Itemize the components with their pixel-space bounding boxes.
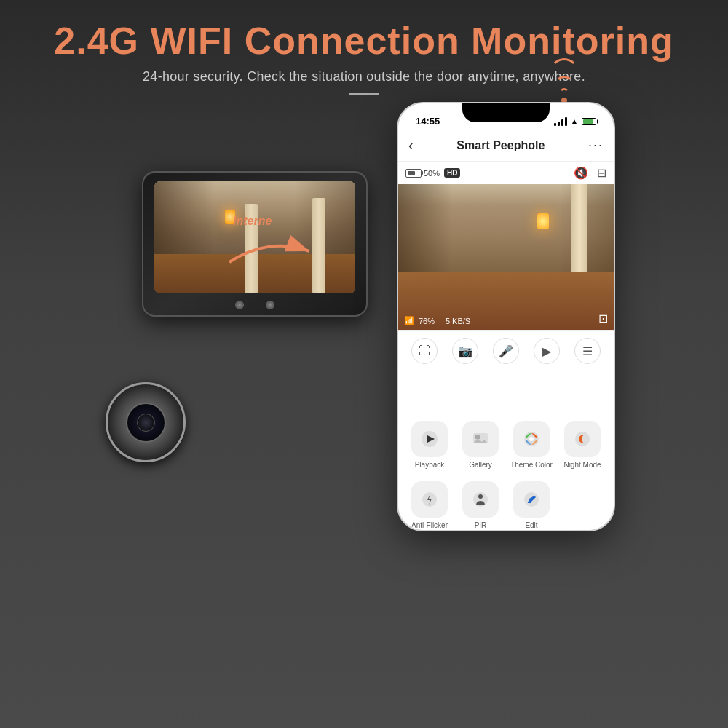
wifi-arcs	[550, 58, 579, 103]
battery-icon	[582, 118, 596, 125]
anti-flicker-label: Anti-Flicker	[411, 521, 448, 530]
wifi-percent: 76%	[419, 317, 435, 325]
signal-bar-2	[558, 122, 560, 126]
svg-rect-14	[528, 502, 531, 503]
feed-status-right: 🔇 ⊟	[574, 166, 606, 180]
door-viewer-device	[120, 142, 397, 506]
anti-flicker-button[interactable]: Anti-Flicker	[408, 481, 451, 530]
app-grid: Playback Gallery	[398, 414, 614, 530]
wifi-status-icon: ▲	[570, 116, 579, 127]
app-grid-row-1: Playback Gallery	[404, 421, 608, 470]
wifi-icon: 📶	[404, 316, 414, 325]
status-icons: ▲	[554, 116, 596, 127]
snapshot-button[interactable]: 📷	[452, 338, 478, 364]
camera-video: 📶 76% | 5 KB/S ⊡	[398, 184, 614, 330]
back-button[interactable]: ‹	[408, 137, 414, 154]
theme-icon	[513, 421, 550, 457]
svg-point-7	[529, 437, 534, 441]
mute-icon[interactable]: 🔇	[574, 166, 588, 180]
pir-button[interactable]: PIR	[459, 481, 502, 530]
battery-indicator: 50%	[405, 169, 440, 178]
camera-video-scene	[398, 184, 614, 330]
night-mode-icon	[564, 421, 601, 457]
app-title: Smart Peephole	[456, 139, 545, 152]
gallery-label: Gallery	[469, 461, 492, 470]
phone-mockup: 14:55 ▲	[397, 102, 615, 531]
svg-point-12	[478, 494, 483, 499]
more-button[interactable]: ···	[588, 138, 604, 153]
phone-notch	[462, 103, 550, 122]
wifi-signal-above	[550, 58, 579, 103]
device-btn-right	[266, 301, 274, 309]
svg-point-8	[575, 432, 590, 446]
playback-icon	[411, 421, 448, 457]
battery-percent: 50%	[424, 169, 440, 178]
feed-status-bar: 50% HD 🔇 ⊟	[398, 162, 614, 184]
edit-icon	[513, 481, 550, 518]
app-header: ‹ Smart Peephole ···	[398, 130, 614, 162]
device-bottom-buttons	[235, 301, 274, 309]
main-title: 2.4G WIFI Connection Monitoring	[0, 20, 728, 62]
wifi-arc-small	[559, 88, 569, 93]
theme-color-button[interactable]: Theme Color	[510, 421, 553, 470]
pir-icon	[462, 481, 499, 518]
battery-fill	[583, 119, 593, 124]
fullscreen-icon[interactable]: ⊡	[598, 312, 608, 325]
feed-status-left: 50% HD	[405, 168, 460, 178]
edit-label: Edit	[525, 521, 537, 530]
playback-button[interactable]: Playback	[408, 421, 451, 470]
wifi-signal-bar: 📶 76% | 5 KB/S	[404, 316, 470, 325]
gallery-icon	[462, 421, 499, 457]
fullscreen-button[interactable]: ⛶	[411, 338, 438, 364]
playback-label: Playback	[415, 461, 445, 470]
anti-flicker-icon	[411, 481, 448, 518]
arrow-svg	[226, 233, 313, 269]
divider	[349, 93, 379, 95]
header-section: 2.4G WIFI Connection Monitoring 24-hour …	[0, 0, 728, 95]
wifi-arc-medium	[555, 76, 574, 85]
empty-slot	[561, 481, 604, 530]
controls-row: ⛶ 📷 🎤 ▶ ☰	[398, 330, 614, 371]
device-btn-left	[235, 301, 244, 309]
lens-core	[137, 414, 155, 432]
speed-separator: |	[439, 317, 441, 325]
camera-lens	[106, 382, 186, 462]
lens-inner	[126, 403, 166, 443]
menu-btn[interactable]: ☰	[574, 338, 601, 364]
arrow-label: interne	[233, 215, 272, 228]
status-time: 14:55	[416, 116, 440, 127]
lens-outer	[106, 382, 186, 462]
phone-body: 14:55 ▲	[397, 102, 615, 531]
edit-button[interactable]: Edit	[510, 481, 553, 530]
hd-badge: HD	[444, 168, 460, 178]
wifi-arc-large	[550, 58, 579, 73]
signal-bar-4	[565, 117, 567, 126]
theme-label: Theme Color	[510, 461, 553, 470]
signal-bar-1	[554, 123, 556, 126]
mic-button[interactable]: 🎤	[493, 338, 519, 364]
battery-small	[405, 169, 422, 178]
night-mode-button[interactable]: Night Mode	[561, 421, 604, 470]
night-mode-label: Night Mode	[563, 461, 601, 470]
pillar-right	[312, 198, 325, 293]
data-speed: 5 KB/S	[446, 317, 470, 325]
pir-label: PIR	[475, 521, 487, 530]
signal-bars	[554, 117, 567, 126]
phone-screen: 14:55 ▲	[398, 103, 614, 530]
signal-bar-3	[561, 119, 563, 126]
record-button[interactable]: ▶	[534, 338, 560, 364]
camera-feed-section: 50% HD 🔇 ⊟	[398, 162, 614, 371]
gallery-button[interactable]: Gallery	[459, 421, 502, 470]
app-grid-row-2: Anti-Flicker PIR	[404, 481, 608, 530]
battery-fill-small	[408, 171, 415, 175]
layout-icon[interactable]: ⊟	[597, 166, 606, 180]
camera-light	[537, 213, 549, 229]
internet-arrow: interne	[226, 233, 313, 272]
subtitle: 24-hour security. Check the situation ou…	[0, 69, 728, 84]
content-area: interne	[0, 116, 728, 531]
